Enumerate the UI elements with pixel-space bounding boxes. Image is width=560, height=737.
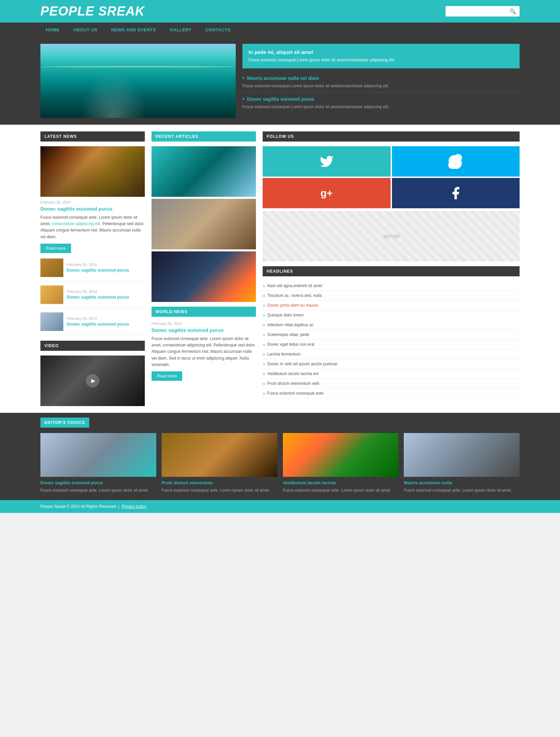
news-small-date-1: February 26, 2014 bbox=[67, 263, 129, 267]
recent-articles-label: RECENT ARTICLES bbox=[156, 134, 198, 139]
news-small-img-3 bbox=[40, 312, 63, 331]
facebook-icon bbox=[448, 186, 463, 201]
editor-card-2: Proin dictum elementum Fusce euismod con… bbox=[162, 433, 277, 493]
news-small-img-2 bbox=[40, 285, 63, 304]
news-small-date-3: February 26, 2014 bbox=[67, 316, 129, 320]
facebook-button[interactable] bbox=[392, 178, 520, 208]
nav-home[interactable]: HOME bbox=[40, 23, 65, 37]
search-icon[interactable]: 🔍 bbox=[509, 8, 516, 14]
article-img-1 bbox=[152, 146, 256, 197]
nav-dot-3: • bbox=[162, 27, 164, 32]
headline-item-3: Donec porta diam eu massa bbox=[263, 301, 520, 310]
editor-card-1: Donec sagittis euismod purus Fusce euism… bbox=[40, 433, 156, 493]
video-header: VIDEO bbox=[40, 341, 145, 351]
editor-card-img-1 bbox=[40, 433, 156, 477]
news-small-img-1 bbox=[40, 258, 63, 277]
twitter-button[interactable] bbox=[263, 146, 391, 177]
ad-placeholder: 364*269 bbox=[263, 211, 520, 262]
hero-item-1-text: Fusce euismod consequat Lorem ipsum dolo… bbox=[242, 83, 520, 89]
world-news-title: Donec sagittis euismod purus bbox=[152, 327, 256, 333]
col-right: FOLLOW US g+ 364*269 HEADLINES Nam elit … bbox=[263, 131, 520, 406]
news-small-2: February 26, 2014 Donec sagittis euismod… bbox=[40, 285, 145, 308]
read-more-button-1[interactable]: Read more bbox=[40, 244, 71, 253]
hero-featured-text: Fusce euismod consequat Lorem ipsum dolo… bbox=[249, 57, 514, 63]
header: PEOPLE SREAK 🔍 bbox=[0, 0, 560, 23]
news-main-title: Donec sagittis euismod purus bbox=[40, 206, 145, 212]
nav-dot-1: • bbox=[66, 27, 67, 32]
nav-dot-4: • bbox=[198, 27, 199, 32]
news-small-1: February 26, 2014 Donec sagittis euismod… bbox=[40, 258, 145, 281]
world-news-label: WORLD NEWS bbox=[156, 309, 188, 314]
headline-item-10: Vestibulum iaculis lacinia est bbox=[263, 369, 520, 379]
headline-item-8: Lacinia fermentum bbox=[263, 349, 520, 359]
gplus-button[interactable]: g+ bbox=[263, 178, 391, 208]
privacy-link[interactable]: Privacy policy bbox=[122, 504, 146, 509]
latest-news-label: LATEST NEWS bbox=[44, 134, 77, 139]
site-logo: PEOPLE SREAK bbox=[40, 4, 145, 19]
video-image[interactable] bbox=[40, 356, 145, 406]
read-more-button-2[interactable]: Read more bbox=[152, 371, 182, 381]
editor-card-text-2: Fusce euismod consequat ante. Lorem ipsu… bbox=[162, 487, 277, 493]
headline-item-1: Nam elit agna,endrerit sit amet bbox=[263, 281, 520, 291]
news-small-title-1: Donec sagittis euismod purus bbox=[67, 268, 129, 273]
editor-card-title-2: Proin dictum elementum bbox=[162, 480, 277, 485]
footer: People Speak © 2014 All Rights Reserved … bbox=[0, 500, 560, 513]
editor-card-4: Mauris accumsan nulla Fusce euismod cons… bbox=[404, 433, 520, 493]
article-img-3 bbox=[152, 251, 256, 302]
world-news-section: WORLD NEWS February 26, 2014 Donec sagit… bbox=[152, 307, 256, 381]
news-small-date-2: February 26, 2014 bbox=[67, 289, 129, 294]
news-small-title-2: Donec sagittis euismod purus bbox=[67, 295, 129, 300]
skype-button[interactable] bbox=[392, 146, 520, 177]
headline-item-11: Proin dictum elementum velit bbox=[263, 379, 520, 389]
news-main-date: February 26, 2014 bbox=[40, 200, 145, 204]
main-nav: HOME • ABOUT US • NEWS AND EVENTS • GALL… bbox=[0, 23, 560, 37]
main-content: LATEST NEWS February 26, 2014 Donec sagi… bbox=[0, 125, 560, 413]
latest-news-header: LATEST NEWS bbox=[40, 131, 145, 142]
editor-card-3: Vestibulum iaculis lacinia Fusce euismod… bbox=[283, 433, 399, 493]
editors-choice-section: EDITOR'S CHOICE Donec sagittis euismod p… bbox=[0, 413, 560, 500]
nav-news[interactable]: NEWS AND EVENTS bbox=[106, 23, 161, 37]
hero-item-1: Mauris accumsan nulla vel diam Fusce eui… bbox=[242, 72, 520, 93]
editors-choice-header: EDITOR'S CHOICE bbox=[40, 418, 89, 428]
ocean-surface bbox=[40, 66, 236, 67]
hero-image bbox=[40, 44, 236, 118]
editor-card-title-1: Donec sagittis euismod purus bbox=[40, 480, 156, 485]
hero-featured-box: In pede mi, aliquet sit amet Fusce euism… bbox=[242, 44, 520, 68]
skype-icon bbox=[448, 154, 463, 169]
editor-card-text-3: Fusce euismod consequat ante. Lorem ipsu… bbox=[283, 487, 399, 493]
news-small-content-3: February 26, 2014 Donec sagittis euismod… bbox=[67, 316, 129, 327]
headlines-list: Nam elit agna,endrerit sit amet Tincidun… bbox=[263, 281, 520, 398]
nav-gallery[interactable]: GALLERY bbox=[164, 23, 197, 37]
headline-item-9: Donec in velit vel ipsum auctor pulvinar bbox=[263, 359, 520, 369]
news-main-text: Fusce euismod consequat ante. Lorem ipsu… bbox=[40, 214, 145, 240]
nav-contacts[interactable]: CONTACTS bbox=[200, 23, 236, 37]
news-small-3: February 26, 2014 Donec sagittis euismod… bbox=[40, 312, 145, 335]
headline-item-2: Tincidunt ac, viverra sed, nulla bbox=[263, 291, 520, 301]
video-label: VIDEO bbox=[44, 343, 59, 348]
world-news-text: Fusce euismod consequat ante. Lorem ipsu… bbox=[152, 336, 256, 368]
headline-item-5: Interdum vitae,dapibus ac bbox=[263, 320, 520, 330]
col-left: LATEST NEWS February 26, 2014 Donec sagi… bbox=[40, 131, 145, 406]
search-bar: 🔍 bbox=[446, 6, 520, 17]
editor-card-img-3 bbox=[283, 433, 399, 477]
news-main-image bbox=[40, 146, 145, 197]
hero-item-2-text: Fusce euismod consequat Lorem ipsum dolo… bbox=[242, 104, 520, 110]
ocean-rays bbox=[79, 71, 147, 118]
world-news-date: February 26, 2014 bbox=[152, 321, 256, 326]
article-img-2 bbox=[152, 199, 256, 249]
twitter-icon bbox=[319, 154, 334, 169]
nav-about[interactable]: ABOUT US bbox=[68, 23, 103, 37]
hero-featured-title: In pede mi, aliquet sit amet bbox=[249, 49, 514, 55]
editors-grid: Donec sagittis euismod purus Fusce euism… bbox=[40, 433, 520, 493]
hero-section: In pede mi, aliquet sit amet Fusce euism… bbox=[0, 37, 560, 125]
search-input[interactable] bbox=[449, 9, 509, 14]
hero-item-1-title: Mauris accumsan nulla vel diam bbox=[242, 75, 520, 81]
video-play-button[interactable] bbox=[86, 374, 99, 388]
news-small-content-2: February 26, 2014 Donec sagittis euismod… bbox=[67, 289, 129, 300]
headline-item-12: Fusce euismod consequat ante bbox=[263, 389, 520, 398]
hero-sidebar: In pede mi, aliquet sit amet Fusce euism… bbox=[242, 44, 520, 118]
ad-size-label: 364*269 bbox=[383, 234, 399, 239]
social-grid: g+ bbox=[263, 146, 520, 208]
col-mid: RECENT ARTICLES WORLD NEWS February 26, … bbox=[152, 131, 256, 406]
headline-item-6: Scelerisque vitae, pede bbox=[263, 330, 520, 340]
